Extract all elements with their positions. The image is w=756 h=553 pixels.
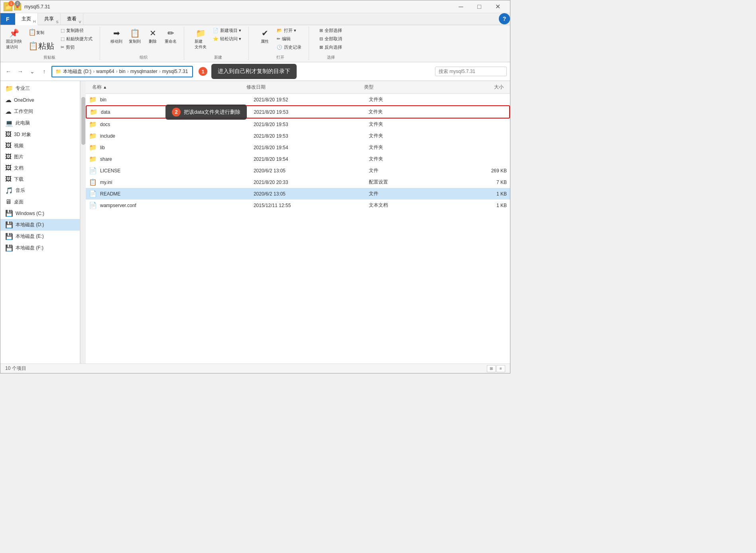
file-row-myini[interactable]: 📋 my.ini 2021/8/20 20:33 配置设置 7 KB — [86, 176, 510, 188]
file-tab[interactable]: F — [0, 13, 15, 25]
sidebar-label-11: Windows (C:) — [16, 211, 44, 216]
easy-access-button[interactable]: ⭐ 轻松访问 ▾ — [211, 35, 244, 43]
file-name-bin: bin — [100, 97, 254, 103]
copy-button[interactable]: 📋 复制 — [26, 27, 57, 38]
file-size-license: 269 KB — [445, 168, 507, 174]
sidebar-item-local-d[interactable]: 💾 本地磁盘 (D:) — [0, 219, 80, 231]
workspace-icon: ☁ — [5, 108, 12, 115]
delete-tooltip: 2 把该data文件夹进行删除 — [165, 105, 247, 120]
folder-share-icon: 📁 — [89, 155, 97, 163]
file-type-data: 文件夹 — [368, 109, 445, 115]
downloads-icon: 🖼 — [5, 176, 12, 183]
sidebar-item-专业三[interactable]: 📁 专业三 — [0, 83, 80, 94]
history-button[interactable]: 🕒 历史记录 — [274, 43, 304, 51]
file-row-readme[interactable]: 📄 README 2020/6/2 13:05 文件 1 KB — [86, 188, 510, 199]
file-row-license[interactable]: 📄 LICENSE 2020/6/2 13:05 文件 269 KB — [86, 165, 510, 176]
new-label: 新建 — [192, 53, 244, 60]
sidebar-label-7: 文档 — [14, 165, 24, 172]
deselect-all-button[interactable]: ⊟ 全部取消 — [317, 35, 345, 43]
file-row-include[interactable]: 📁 include 2021/8/20 19:53 文件夹 — [86, 130, 510, 142]
list-view-button[interactable]: ≡ — [496, 365, 505, 372]
path-part-2: wamp64 — [96, 69, 114, 74]
sidebar: 📁 专业三 ☁ OneDrive ☁ 工作空间 💻 此电脑 🖼 3D 对象 🖼 — [0, 81, 80, 363]
file-row-bin[interactable]: 📁 bin 2021/8/20 19:52 文件夹 — [86, 94, 510, 105]
sidebar-item-onedrive[interactable]: ☁ OneDrive — [0, 94, 80, 106]
sidebar-label-8: 下载 — [14, 176, 24, 183]
delete-button[interactable]: ✕ 删除 — [145, 27, 161, 46]
sidebar-item-pictures[interactable]: 🖼 图片 — [0, 151, 80, 162]
copy-path-label: 复制路径 — [66, 28, 84, 34]
sidebar-item-docs[interactable]: 🖼 文档 — [0, 162, 80, 174]
up-button[interactable]: ↑ — [39, 67, 49, 76]
sidebar-item-windows-c[interactable]: 💾 Windows (C:) — [0, 207, 80, 219]
new-item-button[interactable]: 📄 新建项目 ▾ — [211, 27, 244, 34]
new-folder-button[interactable]: 📁 新建文件夹 — [192, 27, 209, 51]
address-tooltip: 进入到自己刚才复制的目录下 — [211, 64, 297, 79]
header-name[interactable]: 名称 ▲ — [89, 83, 243, 92]
paste-shortcut-button[interactable]: ⬚ 粘贴快捷方式 — [58, 35, 95, 43]
main-area: 📁 专业三 ☁ OneDrive ☁ 工作空间 💻 此电脑 🖼 3D 对象 🖼 — [0, 81, 510, 363]
copy-to-button[interactable]: 📋 复制到 — [126, 27, 143, 46]
sidebar-item-local-e[interactable]: 💾 本地磁盘 (E:) — [0, 231, 80, 242]
close-button[interactable]: ✕ — [488, 0, 507, 13]
paste-shortcut-label: 粘贴快捷方式 — [66, 36, 93, 42]
sidebar-item-video[interactable]: 🖼 视频 — [0, 140, 80, 151]
edit-button[interactable]: ✏ 编辑 — [274, 35, 304, 43]
forward-button[interactable]: → — [16, 67, 25, 76]
sidebar-scrollbar[interactable] — [80, 81, 86, 363]
paste-label: 粘贴 — [38, 41, 54, 51]
help-button[interactable]: ? — [499, 13, 510, 24]
desktop-icon: 🖥 — [5, 198, 12, 205]
file-readme-icon: 📄 — [89, 190, 97, 198]
sidebar-item-desktop[interactable]: 🖥 桌面 — [0, 196, 80, 207]
home-tab[interactable]: 主页 H — [15, 13, 38, 25]
file-type-include: 文件夹 — [369, 132, 445, 139]
file-row-data[interactable]: 📁 data 2021/8/20 19:53 文件夹 — [86, 105, 510, 118]
folder-include-icon: 📁 — [89, 132, 97, 140]
file-row-share[interactable]: 📁 share 2021/8/20 19:54 文件夹 — [86, 153, 510, 165]
sidebar-item-3d[interactable]: 🖼 3D 对象 — [0, 129, 80, 140]
address-path[interactable]: 📁 本地磁盘 (D:) › wamp64 › bin › mysqlmaster… — [51, 66, 193, 77]
sidebar-label-6: 图片 — [14, 154, 24, 160]
invert-selection-button[interactable]: ⊠ 反向选择 — [317, 43, 345, 51]
ribbon-content: 📌 固定到快速访问 📋 复制 📋 粘贴 — [0, 25, 510, 62]
copy-path-button[interactable]: ⬚ 复制路径 — [58, 27, 95, 34]
path-part-3: bin — [119, 69, 126, 74]
sidebar-item-music[interactable]: 🎵 音乐 — [0, 185, 80, 196]
search-input[interactable] — [435, 67, 507, 76]
file-type-bin: 文件夹 — [369, 96, 445, 103]
share-tab[interactable]: 共享 S — [38, 13, 61, 25]
sidebar-item-local-f[interactable]: 💾 本地磁盘 (F:) — [0, 242, 80, 254]
select-all-button[interactable]: ⊞ 全部选择 — [317, 27, 345, 34]
sidebar-item-thispc[interactable]: 💻 此电脑 — [0, 117, 80, 129]
header-type[interactable]: 类型 — [361, 83, 441, 92]
open-button[interactable]: 📂 打开 ▾ — [274, 27, 304, 34]
cut-button[interactable]: ✂ 剪切 — [58, 43, 95, 51]
move-to-button[interactable]: ➡ 移动到 — [108, 27, 125, 46]
rename-button[interactable]: ✏ 重命名 — [162, 27, 179, 46]
new-buttons: 📁 新建文件夹 📄 新建项目 ▾ ⭐ 轻松访问 ▾ — [192, 27, 244, 53]
header-date[interactable]: 修改日期 — [243, 83, 360, 92]
easy-access-icon: ⭐ — [213, 36, 219, 41]
detail-view-button[interactable]: ⊞ — [487, 365, 496, 372]
pin-quick-access-button[interactable]: 📌 固定到快速访问 — [4, 27, 24, 51]
back-button[interactable]: ← — [4, 67, 13, 76]
view-tab[interactable]: 查看 V — [61, 13, 83, 25]
select-buttons: ⊞ 全部选择 ⊟ 全部取消 ⊠ 反向选择 — [317, 27, 345, 53]
copy-path-icon: ⬚ — [61, 28, 65, 33]
file-row-wampconf[interactable]: 📄 wampserver.conf 2015/12/11 12:55 文本文档 … — [86, 199, 510, 211]
file-row-lib[interactable]: 📁 lib 2021/8/20 19:54 文件夹 — [86, 142, 510, 153]
file-date-wampconf: 2015/12/11 12:55 — [254, 203, 369, 208]
maximize-button[interactable]: □ — [470, 0, 488, 13]
scroll-thumb[interactable] — [81, 97, 85, 145]
sidebar-item-downloads[interactable]: 🖼 下载 — [0, 174, 80, 185]
minimize-button[interactable]: ─ — [452, 0, 470, 13]
sidebar-item-workspace[interactable]: ☁ 工作空间 — [0, 106, 80, 117]
header-size[interactable]: 大小 — [441, 83, 507, 92]
properties-button[interactable]: ✔ 属性 — [257, 27, 273, 46]
recent-button[interactable]: ⌄ — [28, 67, 37, 76]
organize-buttons: ➡ 移动到 📋 复制到 ✕ 删除 ✏ 重命名 — [108, 27, 179, 53]
paste-button[interactable]: 📋 粘贴 — [26, 39, 57, 53]
file-name-license: LICENSE — [100, 168, 254, 174]
file-row-docs[interactable]: 📁 docs 2021/8/20 19:53 文件夹 — [86, 118, 510, 130]
